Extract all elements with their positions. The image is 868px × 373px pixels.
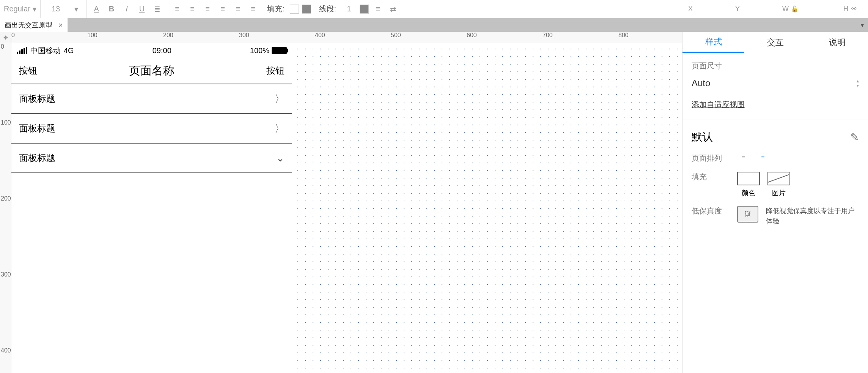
line-label: 线段: [319, 4, 337, 14]
ruler-vertical[interactable]: 0100200300400 [0, 43, 11, 373]
nav-left-button[interactable]: 按钮 [19, 65, 37, 77]
panel-row[interactable]: 面板标题⌄ [11, 144, 292, 173]
tabs-dropdown-icon[interactable]: ▾ [857, 18, 868, 32]
phone-mockup[interactable]: 中国移动 4G 09:00 100% 按钮 页面名称 按钮 面板标题〉面板标题〉… [11, 43, 292, 173]
bullet-list-icon[interactable]: ≣ [151, 3, 163, 15]
italic-icon[interactable]: I [121, 3, 133, 15]
lock-icon[interactable]: 🔓 [789, 3, 801, 15]
nav-bar: 按钮 页面名称 按钮 [11, 58, 292, 84]
fill-label: 填充: [267, 4, 285, 14]
fill-section-label: 填充 [692, 172, 730, 182]
line-color-swatch[interactable] [360, 5, 369, 14]
pos-h-label: H [843, 5, 848, 13]
align-page-center-icon[interactable]: ≡ [737, 153, 749, 163]
align-top-icon[interactable]: ≡ [217, 3, 229, 15]
visibility-icon[interactable]: 👁 [848, 3, 860, 15]
battery-pct: 100% [250, 46, 269, 55]
inspector-panel: 样式 交互 说明 页面尺寸 Auto ▴▾ 添加自适应视图 默认 ✎ 页面排列 … [682, 32, 868, 373]
bold-icon[interactable]: B [105, 3, 118, 15]
panel-row[interactable]: 面板标题〉 [11, 114, 292, 144]
fill-image-option[interactable]: 图片 [767, 172, 790, 198]
panel-row[interactable]: 面板标题〉 [11, 84, 292, 114]
stepper-icon: ▴▾ [857, 79, 859, 88]
tab-label: 画出无交互原型 [5, 21, 52, 30]
panel-title: 面板标题 [19, 152, 55, 164]
dropdown-icon: ▾ [33, 5, 36, 14]
align-page-left-icon[interactable]: ≡ [757, 153, 769, 163]
nav-right-button[interactable]: 按钮 [266, 65, 285, 77]
fill-color-option[interactable]: 颜色 [737, 172, 760, 198]
page-size-select[interactable]: Auto ▴▾ [692, 76, 859, 91]
align-right-icon[interactable]: ≡ [201, 3, 214, 15]
battery-icon [272, 47, 287, 54]
close-icon[interactable]: × [58, 21, 63, 30]
chevron-right-icon: 〉 [275, 92, 285, 106]
page-size-label: 页面尺寸 [692, 61, 859, 71]
pos-h-input[interactable] [811, 5, 842, 13]
pos-w-label: W [782, 5, 789, 13]
page-size-value: Auto [692, 78, 710, 89]
inspector-tabs: 样式 交互 说明 [682, 32, 868, 53]
align-bottom-icon[interactable]: ≡ [247, 3, 259, 15]
lofi-image-icon[interactable]: 🖼 [737, 206, 758, 223]
canvas-area[interactable]: ✥ 0100200300400500600700800 010020030040… [0, 32, 682, 373]
edit-icon[interactable]: ✎ [850, 131, 859, 144]
line-width-input[interactable] [341, 5, 357, 13]
align-center-icon[interactable]: ≡ [186, 3, 198, 15]
font-style-value: Regular [4, 5, 30, 13]
canvas[interactable]: 中国移动 4G 09:00 100% 按钮 页面名称 按钮 面板标题〉面板标题〉… [11, 43, 682, 373]
chevron-down-icon: ⌄ [276, 152, 285, 164]
pos-x-input[interactable] [656, 5, 687, 13]
align-middle-icon[interactable]: ≡ [232, 3, 244, 15]
page-tabs: 画出无交互原型 × ▾ [0, 18, 868, 32]
tab-interactions[interactable]: 交互 [744, 32, 806, 53]
lofi-label: 低保真度 [692, 206, 730, 216]
network-label: 4G [64, 46, 74, 55]
pos-x-label: X [688, 5, 693, 13]
add-adaptive-link[interactable]: 添加自适应视图 [692, 100, 745, 110]
carrier-label: 中国移动 [30, 46, 61, 56]
line-arrow-icon[interactable]: ⇄ [387, 3, 399, 15]
ruler-horizontal[interactable]: 0100200300400500600700800 [11, 32, 682, 43]
dropdown-icon[interactable]: ▾ [70, 3, 82, 15]
panel-title: 面板标题 [19, 122, 55, 134]
status-bar: 中国移动 4G 09:00 100% [11, 43, 292, 58]
page-tab-active[interactable]: 画出无交互原型 × [0, 18, 68, 32]
panel-title: 面板标题 [19, 93, 55, 105]
grid-dots [292, 43, 682, 373]
chevron-right-icon: 〉 [275, 122, 285, 135]
ruler-origin-icon[interactable]: ✥ [0, 32, 11, 43]
time-label: 09:00 [153, 46, 171, 55]
lofi-description: 降低视觉保真度以专注于用户体验 [766, 206, 859, 226]
fill-color-swatch[interactable] [302, 5, 311, 14]
pos-w-input[interactable] [750, 5, 781, 13]
font-style-select[interactable]: Regular ▾ [4, 5, 36, 14]
fill-none-swatch[interactable] [290, 5, 299, 14]
pos-y-label: Y [735, 5, 740, 13]
align-left-icon[interactable]: ≡ [171, 3, 183, 15]
signal-icon [17, 47, 27, 54]
font-size-input[interactable] [44, 5, 67, 13]
tab-notes[interactable]: 说明 [806, 32, 868, 53]
default-heading: 默认 ✎ [692, 130, 859, 144]
text-color-icon[interactable]: A [90, 3, 102, 15]
pos-y-input[interactable] [703, 5, 734, 13]
format-toolbar: Regular ▾ ▾ A B I U ≣ ≡ ≡ ≡ ≡ ≡ ≡ 填充: 线段… [0, 0, 868, 18]
line-style-icon[interactable]: ≡ [372, 3, 384, 15]
page-title: 页面名称 [129, 63, 175, 79]
tab-style[interactable]: 样式 [682, 32, 744, 53]
underline-icon[interactable]: U [136, 3, 148, 15]
page-align-label: 页面排列 [692, 153, 730, 163]
